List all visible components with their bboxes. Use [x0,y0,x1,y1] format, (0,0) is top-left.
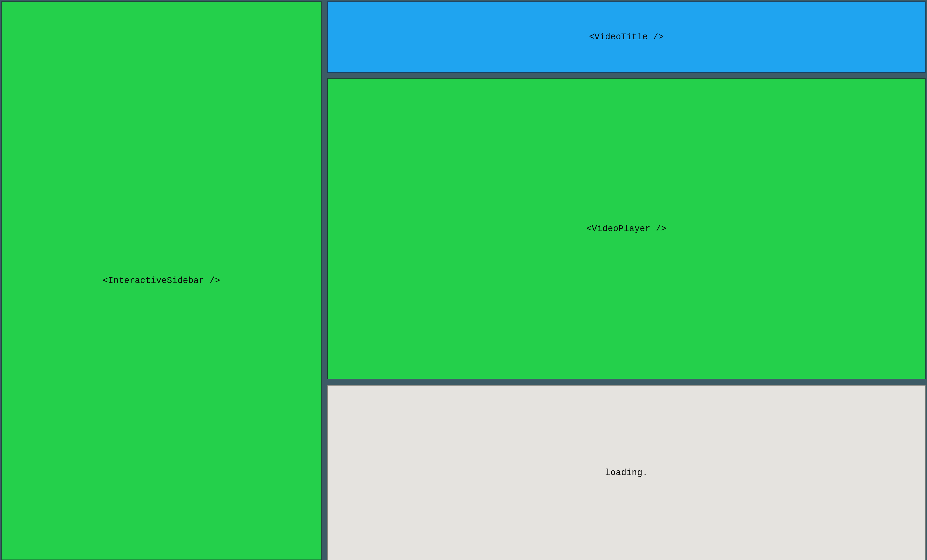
sidebar-label: <InteractiveSidebar /> [103,276,220,286]
interactive-sidebar-placeholder: <InteractiveSidebar /> [2,2,322,560]
layout-container: <InteractiveSidebar /> <VideoTitle /> <V… [0,0,927,560]
video-player-label: <VideoPlayer /> [587,224,667,234]
loading-label: loading. [605,468,648,478]
video-title-label: <VideoTitle /> [589,32,664,42]
sidebar-column: <InteractiveSidebar /> [0,0,324,560]
video-player-placeholder: <VideoPlayer /> [327,78,925,379]
video-title-placeholder: <VideoTitle /> [327,2,925,73]
loading-placeholder: loading. [327,385,925,560]
main-column: <VideoTitle /> <VideoPlayer /> loading. [324,0,927,560]
